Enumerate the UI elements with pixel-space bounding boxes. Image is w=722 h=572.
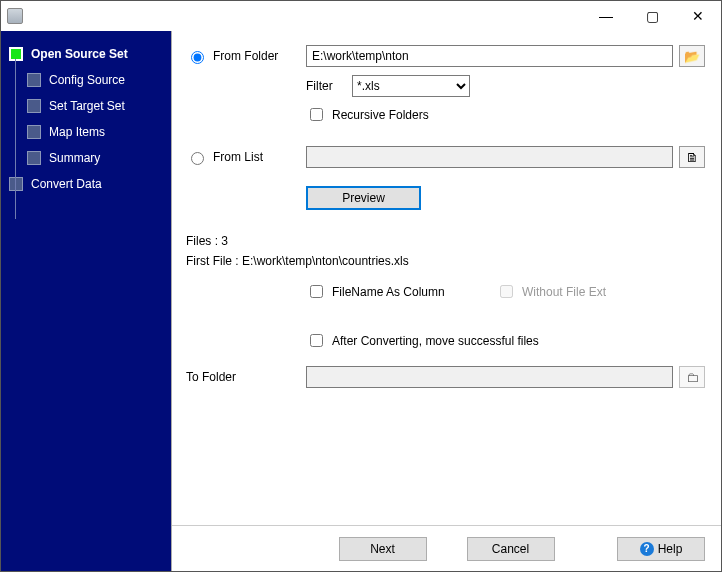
footer: Next Cancel ? Help xyxy=(172,525,721,571)
step-label: Set Target Set xyxy=(49,99,125,113)
to-folder-row: To Folder 🗀 xyxy=(186,366,705,388)
from-folder-label: From Folder xyxy=(213,49,278,63)
content-area: From Folder 📂 Filter *.xls xyxy=(172,31,721,525)
from-list-label: From List xyxy=(213,150,263,164)
wizard-window: — ▢ ✕ Open Source Set Config Source Set … xyxy=(0,0,722,572)
help-button[interactable]: ? Help xyxy=(617,537,705,561)
filter-label: Filter xyxy=(306,79,352,93)
file-icon: 🗎 xyxy=(686,150,699,165)
help-label: Help xyxy=(658,542,683,556)
from-folder-input[interactable] xyxy=(306,45,673,67)
folder-icon: 📂 xyxy=(684,49,700,64)
cancel-button[interactable]: Cancel xyxy=(467,537,555,561)
step-label: Map Items xyxy=(49,125,105,139)
without-ext-input xyxy=(500,285,513,298)
from-folder-row: From Folder 📂 xyxy=(186,45,705,67)
filename-as-column-input[interactable] xyxy=(310,285,323,298)
after-convert-checkbox[interactable]: After Converting, move successful files xyxy=(306,331,539,350)
after-convert-row: After Converting, move successful files xyxy=(186,331,705,350)
titlebar: — ▢ ✕ xyxy=(1,1,721,31)
filename-as-column-label: FileName As Column xyxy=(332,285,445,299)
step-pending-icon xyxy=(27,73,41,87)
files-count-text: Files : 3 xyxy=(186,234,705,248)
step-convert-data[interactable]: Convert Data xyxy=(1,171,171,197)
to-folder-label: To Folder xyxy=(186,370,236,384)
filter-row: Filter *.xls xyxy=(186,75,705,97)
tree-connector xyxy=(15,59,16,219)
browse-folder-button[interactable]: 📂 xyxy=(679,45,705,67)
main-panel: From Folder 📂 Filter *.xls xyxy=(171,31,721,571)
to-folder-input[interactable] xyxy=(306,366,673,388)
close-button[interactable]: ✕ xyxy=(675,1,721,31)
step-config-source[interactable]: Config Source xyxy=(1,67,171,93)
from-list-row: From List 🗎 xyxy=(186,146,705,168)
first-file-text: First File : E:\work\temp\nton\countries… xyxy=(186,254,705,268)
from-folder-radio[interactable] xyxy=(191,51,204,64)
browse-to-folder-button[interactable]: 🗀 xyxy=(679,366,705,388)
recursive-checkbox-input[interactable] xyxy=(310,108,323,121)
step-label: Open Source Set xyxy=(31,47,128,61)
step-label: Summary xyxy=(49,151,100,165)
from-list-radio[interactable] xyxy=(191,152,204,165)
step-pending-icon xyxy=(9,177,23,191)
recursive-checkbox[interactable]: Recursive Folders xyxy=(306,105,429,124)
step-label: Convert Data xyxy=(31,177,102,191)
recursive-row: Recursive Folders xyxy=(186,105,705,124)
browse-list-button[interactable]: 🗎 xyxy=(679,146,705,168)
preview-row: Preview xyxy=(186,186,705,210)
next-button[interactable]: Next xyxy=(339,537,427,561)
after-convert-input[interactable] xyxy=(310,334,323,347)
help-icon: ? xyxy=(640,542,654,556)
step-pending-icon xyxy=(27,125,41,139)
wizard-steps-sidebar: Open Source Set Config Source Set Target… xyxy=(1,31,171,571)
app-icon xyxy=(7,8,23,24)
step-summary[interactable]: Summary xyxy=(1,145,171,171)
body: Open Source Set Config Source Set Target… xyxy=(1,31,721,571)
maximize-button[interactable]: ▢ xyxy=(629,1,675,31)
from-list-input[interactable] xyxy=(306,146,673,168)
step-active-icon xyxy=(9,47,23,61)
filename-options-row: FileName As Column Without File Ext xyxy=(186,282,705,301)
without-ext-checkbox: Without File Ext xyxy=(496,282,606,301)
window-controls: — ▢ ✕ xyxy=(583,1,721,31)
step-pending-icon xyxy=(27,151,41,165)
step-open-source-set[interactable]: Open Source Set xyxy=(1,41,171,67)
preview-button[interactable]: Preview xyxy=(306,186,421,210)
minimize-button[interactable]: — xyxy=(583,1,629,31)
filename-as-column-checkbox[interactable]: FileName As Column xyxy=(306,282,496,301)
step-label: Config Source xyxy=(49,73,125,87)
step-map-items[interactable]: Map Items xyxy=(1,119,171,145)
folder-icon: 🗀 xyxy=(686,370,699,385)
without-ext-label: Without File Ext xyxy=(522,285,606,299)
recursive-label: Recursive Folders xyxy=(332,108,429,122)
step-set-target-set[interactable]: Set Target Set xyxy=(1,93,171,119)
after-convert-label: After Converting, move successful files xyxy=(332,334,539,348)
step-pending-icon xyxy=(27,99,41,113)
filter-combo[interactable]: *.xls xyxy=(352,75,470,97)
